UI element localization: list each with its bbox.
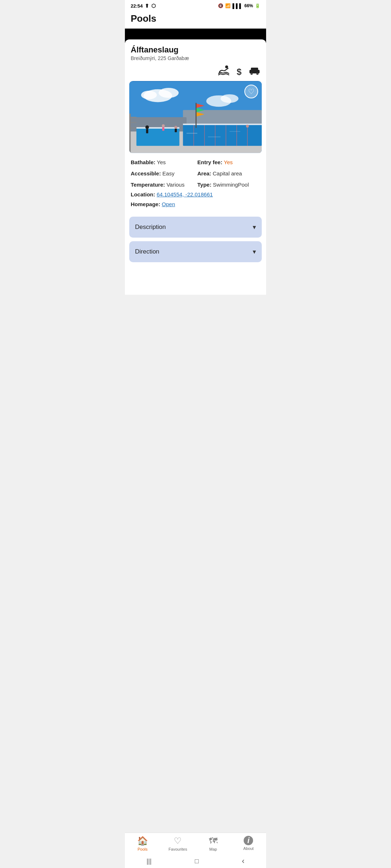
wifi-icon: 📶 bbox=[225, 3, 231, 8]
battery-icon: 🔋 bbox=[255, 3, 260, 8]
homepage-row: Homepage: Open bbox=[131, 201, 260, 207]
type-value: SwimmingPool bbox=[213, 182, 249, 188]
temperature-item: Temperature: Various bbox=[131, 182, 194, 188]
svg-rect-22 bbox=[183, 124, 262, 125]
feature-icons-row: $ bbox=[125, 64, 266, 81]
direction-accordion[interactable]: Direction ▾ bbox=[129, 241, 262, 262]
entry-fee-value: Yes bbox=[224, 159, 232, 165]
svg-point-32 bbox=[146, 125, 149, 129]
svg-point-8 bbox=[141, 91, 157, 99]
bathable-value: Yes bbox=[157, 159, 165, 165]
svg-point-38 bbox=[246, 125, 249, 128]
temperature-label: Temperature: bbox=[131, 182, 165, 188]
svg-point-0 bbox=[225, 65, 228, 68]
svg-point-7 bbox=[159, 88, 178, 98]
app-icon-1: ⬆ bbox=[145, 3, 149, 9]
entry-fee-item: Entry fee: Yes bbox=[197, 159, 260, 165]
bathable-label: Bathable: bbox=[131, 159, 155, 165]
svg-rect-35 bbox=[162, 127, 164, 131]
details-section: Bathable: Yes Entry fee: Yes Accessible:… bbox=[125, 153, 266, 214]
page-title: Pools bbox=[131, 13, 260, 24]
app-icon-2: ⬡ bbox=[151, 3, 156, 9]
accessible-item: Accessible: Easy bbox=[131, 170, 194, 176]
location-row: Location: 64.104554, -22.018661 bbox=[131, 191, 260, 197]
svg-point-34 bbox=[162, 124, 165, 127]
description-accordion[interactable]: Description ▾ bbox=[129, 217, 262, 238]
location-label: Location: bbox=[131, 191, 155, 197]
svg-rect-28 bbox=[129, 114, 131, 153]
favourite-button[interactable]: ♡ bbox=[244, 85, 258, 98]
fee-icon: $ bbox=[237, 67, 241, 77]
homepage-label: Homepage: bbox=[131, 201, 160, 207]
svg-rect-2 bbox=[251, 68, 258, 70]
type-label: Type: bbox=[197, 182, 211, 188]
page-header: Pools bbox=[125, 10, 266, 29]
entry-fee-label: Entry fee: bbox=[197, 159, 222, 165]
svg-rect-23 bbox=[136, 127, 180, 129]
type-item: Type: SwimmingPool bbox=[197, 182, 260, 188]
description-chevron-icon: ▾ bbox=[253, 223, 256, 231]
bathable-item: Bathable: Yes bbox=[131, 159, 194, 165]
description-label: Description bbox=[135, 224, 166, 231]
pool-image: ♡ bbox=[129, 81, 262, 153]
accessible-label: Accessible: bbox=[131, 170, 161, 176]
area-label: Area: bbox=[197, 170, 211, 176]
svg-rect-33 bbox=[146, 129, 148, 133]
status-left: 22:54 ⬆ ⬡ bbox=[131, 3, 156, 9]
area-item: Area: Capital area bbox=[197, 170, 260, 176]
svg-point-3 bbox=[251, 73, 253, 75]
status-right: 🔇 📶 ▌▌▌ 66% 🔋 bbox=[218, 3, 260, 9]
accessible-value: Easy bbox=[163, 170, 175, 176]
accordion: Description ▾ Direction ▾ bbox=[129, 217, 262, 262]
signal-icon: ▌▌▌ bbox=[232, 3, 243, 9]
battery-label: 66% bbox=[244, 3, 253, 8]
direction-chevron-icon: ▾ bbox=[253, 248, 256, 256]
svg-rect-14 bbox=[183, 124, 262, 146]
location-link[interactable]: 64.104554, -22.018661 bbox=[157, 191, 213, 197]
pool-address: Breiðumýri, 225 Garðabæ bbox=[125, 55, 266, 64]
pool-card: Álftaneslaug Breiðumýri, 225 Garðabæ $ bbox=[125, 39, 266, 295]
svg-rect-37 bbox=[175, 129, 177, 132]
pool-name: Álftaneslaug bbox=[125, 39, 266, 55]
detail-grid: Bathable: Yes Entry fee: Yes Accessible:… bbox=[131, 159, 260, 188]
status-bar: 22:54 ⬆ ⬡ 🔇 📶 ▌▌▌ 66% 🔋 bbox=[125, 0, 266, 10]
svg-point-36 bbox=[175, 126, 177, 129]
direction-label: Direction bbox=[135, 248, 159, 255]
homepage-link[interactable]: Open bbox=[162, 201, 175, 207]
svg-rect-24 bbox=[196, 103, 197, 128]
temperature-value: Various bbox=[167, 182, 185, 188]
svg-point-10 bbox=[220, 94, 238, 103]
svg-rect-1 bbox=[249, 70, 260, 73]
area-value: Capital area bbox=[213, 170, 242, 176]
svg-rect-21 bbox=[136, 128, 180, 146]
parking-icon bbox=[249, 66, 260, 77]
svg-point-4 bbox=[256, 73, 258, 75]
swimming-icon bbox=[218, 65, 230, 78]
time: 22:54 bbox=[131, 3, 143, 9]
sound-off-icon: 🔇 bbox=[218, 3, 223, 8]
